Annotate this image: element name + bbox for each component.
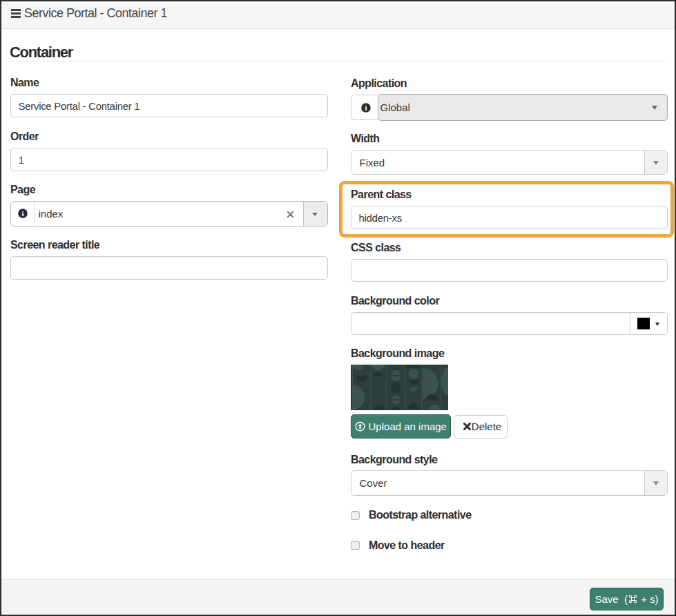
svg-text:i: i [365, 104, 367, 112]
svg-text:i: i [21, 209, 23, 218]
